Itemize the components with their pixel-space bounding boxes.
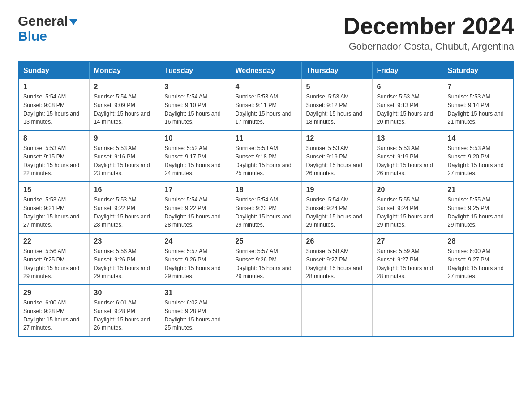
logo-blue: Blue (18, 29, 47, 43)
weekday-header-row: SundayMondayTuesdayWednesdayThursdayFrid… (18, 62, 514, 79)
calendar-day-cell: 4Sunrise: 5:53 AMSunset: 9:11 PMDaylight… (231, 79, 301, 130)
day-number: 28 (448, 237, 509, 245)
day-info: Sunrise: 5:57 AMSunset: 9:26 PMDaylight:… (236, 247, 297, 281)
day-info: Sunrise: 5:53 AMSunset: 9:11 PMDaylight:… (236, 93, 297, 126)
day-number: 17 (165, 186, 226, 194)
day-info: Sunrise: 5:53 AMSunset: 9:22 PMDaylight:… (94, 196, 155, 229)
day-info: Sunrise: 5:54 AMSunset: 9:24 PMDaylight:… (306, 196, 368, 229)
page-title: December 2024 (343, 13, 514, 39)
day-number: 26 (306, 237, 368, 245)
day-number: 21 (448, 186, 509, 194)
calendar-day-cell: 26Sunrise: 5:58 AMSunset: 9:27 PMDayligh… (301, 233, 372, 285)
day-info: Sunrise: 5:53 AMSunset: 9:19 PMDaylight:… (377, 144, 438, 178)
weekday-header-wednesday: Wednesday (231, 62, 301, 79)
day-number: 31 (165, 289, 226, 297)
weekday-header-thursday: Thursday (301, 62, 372, 79)
calendar-day-cell: 30Sunrise: 6:01 AMSunset: 9:28 PMDayligh… (89, 285, 160, 336)
calendar-day-cell: 22Sunrise: 5:56 AMSunset: 9:25 PMDayligh… (18, 233, 89, 285)
calendar-day-cell: 3Sunrise: 5:54 AMSunset: 9:10 PMDaylight… (160, 79, 231, 130)
day-number: 14 (448, 134, 509, 142)
calendar-day-cell: 27Sunrise: 5:59 AMSunset: 9:27 PMDayligh… (372, 233, 443, 285)
day-number: 11 (236, 134, 297, 142)
calendar-day-cell: 31Sunrise: 6:02 AMSunset: 9:28 PMDayligh… (160, 285, 231, 336)
calendar-day-cell: 8Sunrise: 5:53 AMSunset: 9:15 PMDaylight… (18, 130, 89, 182)
day-number: 25 (236, 237, 297, 245)
day-number: 1 (23, 83, 85, 91)
day-number: 6 (377, 83, 438, 91)
day-number: 20 (377, 186, 438, 194)
calendar-day-cell (443, 285, 514, 336)
day-number: 30 (94, 289, 155, 297)
day-number: 24 (165, 237, 226, 245)
day-info: Sunrise: 5:53 AMSunset: 9:16 PMDaylight:… (94, 144, 155, 178)
day-info: Sunrise: 5:53 AMSunset: 9:19 PMDaylight:… (306, 144, 368, 178)
calendar-day-cell: 11Sunrise: 5:53 AMSunset: 9:18 PMDayligh… (231, 130, 301, 182)
day-info: Sunrise: 5:53 AMSunset: 9:18 PMDaylight:… (236, 144, 297, 178)
day-number: 29 (23, 289, 85, 297)
day-number: 7 (448, 83, 509, 91)
calendar-day-cell: 18Sunrise: 5:54 AMSunset: 9:23 PMDayligh… (231, 182, 301, 233)
calendar-day-cell (372, 285, 443, 336)
day-info: Sunrise: 6:00 AMSunset: 9:28 PMDaylight:… (23, 299, 85, 332)
calendar-day-cell: 17Sunrise: 5:54 AMSunset: 9:22 PMDayligh… (160, 182, 231, 233)
day-info: Sunrise: 5:53 AMSunset: 9:13 PMDaylight:… (377, 93, 438, 126)
day-number: 27 (377, 237, 438, 245)
day-number: 23 (94, 237, 155, 245)
calendar-day-cell: 13Sunrise: 5:53 AMSunset: 9:19 PMDayligh… (372, 130, 443, 182)
calendar-day-cell: 20Sunrise: 5:55 AMSunset: 9:24 PMDayligh… (372, 182, 443, 233)
day-number: 5 (306, 83, 368, 91)
day-info: Sunrise: 5:55 AMSunset: 9:24 PMDaylight:… (377, 196, 438, 229)
calendar-table: SundayMondayTuesdayWednesdayThursdayFrid… (18, 61, 514, 337)
calendar-day-cell: 10Sunrise: 5:52 AMSunset: 9:17 PMDayligh… (160, 130, 231, 182)
day-info: Sunrise: 5:56 AMSunset: 9:26 PMDaylight:… (94, 247, 155, 281)
day-number: 22 (23, 237, 85, 245)
calendar-day-cell: 24Sunrise: 5:57 AMSunset: 9:26 PMDayligh… (160, 233, 231, 285)
calendar-day-cell: 5Sunrise: 5:53 AMSunset: 9:12 PMDaylight… (301, 79, 372, 130)
day-number: 3 (165, 83, 226, 91)
calendar-day-cell: 6Sunrise: 5:53 AMSunset: 9:13 PMDaylight… (372, 79, 443, 130)
calendar-day-cell: 14Sunrise: 5:53 AMSunset: 9:20 PMDayligh… (443, 130, 514, 182)
calendar-day-cell: 29Sunrise: 6:00 AMSunset: 9:28 PMDayligh… (18, 285, 89, 336)
weekday-header-sunday: Sunday (18, 62, 89, 79)
day-number: 19 (306, 186, 368, 194)
calendar-day-cell: 16Sunrise: 5:53 AMSunset: 9:22 PMDayligh… (89, 182, 160, 233)
day-info: Sunrise: 6:02 AMSunset: 9:28 PMDaylight:… (165, 299, 226, 332)
calendar-day-cell: 23Sunrise: 5:56 AMSunset: 9:26 PMDayligh… (89, 233, 160, 285)
logo-general: General (18, 13, 68, 29)
day-number: 13 (377, 134, 438, 142)
weekday-header-saturday: Saturday (443, 62, 514, 79)
day-info: Sunrise: 5:54 AMSunset: 9:10 PMDaylight:… (165, 93, 226, 126)
day-info: Sunrise: 6:00 AMSunset: 9:27 PMDaylight:… (448, 247, 509, 281)
weekday-header-tuesday: Tuesday (160, 62, 231, 79)
day-info: Sunrise: 6:01 AMSunset: 9:28 PMDaylight:… (94, 299, 155, 332)
calendar-day-cell: 19Sunrise: 5:54 AMSunset: 9:24 PMDayligh… (301, 182, 372, 233)
day-info: Sunrise: 5:54 AMSunset: 9:08 PMDaylight:… (23, 93, 85, 126)
calendar-day-cell: 28Sunrise: 6:00 AMSunset: 9:27 PMDayligh… (443, 233, 514, 285)
day-info: Sunrise: 5:57 AMSunset: 9:26 PMDaylight:… (165, 247, 226, 281)
calendar-week-row: 8Sunrise: 5:53 AMSunset: 9:15 PMDaylight… (18, 130, 514, 182)
day-info: Sunrise: 5:59 AMSunset: 9:27 PMDaylight:… (377, 247, 438, 281)
day-number: 4 (236, 83, 297, 91)
weekday-header-monday: Monday (89, 62, 160, 79)
day-info: Sunrise: 5:53 AMSunset: 9:12 PMDaylight:… (306, 93, 368, 126)
day-info: Sunrise: 5:53 AMSunset: 9:21 PMDaylight:… (23, 196, 85, 229)
logo: General Blue (18, 13, 77, 44)
day-info: Sunrise: 5:54 AMSunset: 9:23 PMDaylight:… (236, 196, 297, 229)
day-info: Sunrise: 5:52 AMSunset: 9:17 PMDaylight:… (165, 144, 226, 178)
calendar-week-row: 29Sunrise: 6:00 AMSunset: 9:28 PMDayligh… (18, 285, 514, 336)
calendar-day-cell: 12Sunrise: 5:53 AMSunset: 9:19 PMDayligh… (301, 130, 372, 182)
calendar-week-row: 1Sunrise: 5:54 AMSunset: 9:08 PMDaylight… (18, 79, 514, 130)
day-info: Sunrise: 5:53 AMSunset: 9:20 PMDaylight:… (448, 144, 509, 178)
page-header: General Blue December 2024 Gobernador Co… (18, 13, 514, 52)
day-number: 8 (23, 134, 85, 142)
calendar-day-cell: 15Sunrise: 5:53 AMSunset: 9:21 PMDayligh… (18, 182, 89, 233)
day-number: 2 (94, 83, 155, 91)
day-info: Sunrise: 5:54 AMSunset: 9:22 PMDaylight:… (165, 196, 226, 229)
calendar-day-cell (231, 285, 301, 336)
title-area: December 2024 Gobernador Costa, Chubut, … (343, 13, 514, 52)
day-info: Sunrise: 5:58 AMSunset: 9:27 PMDaylight:… (306, 247, 368, 281)
day-info: Sunrise: 5:55 AMSunset: 9:25 PMDaylight:… (448, 196, 509, 229)
day-number: 10 (165, 134, 226, 142)
day-number: 12 (306, 134, 368, 142)
calendar-day-cell (301, 285, 372, 336)
